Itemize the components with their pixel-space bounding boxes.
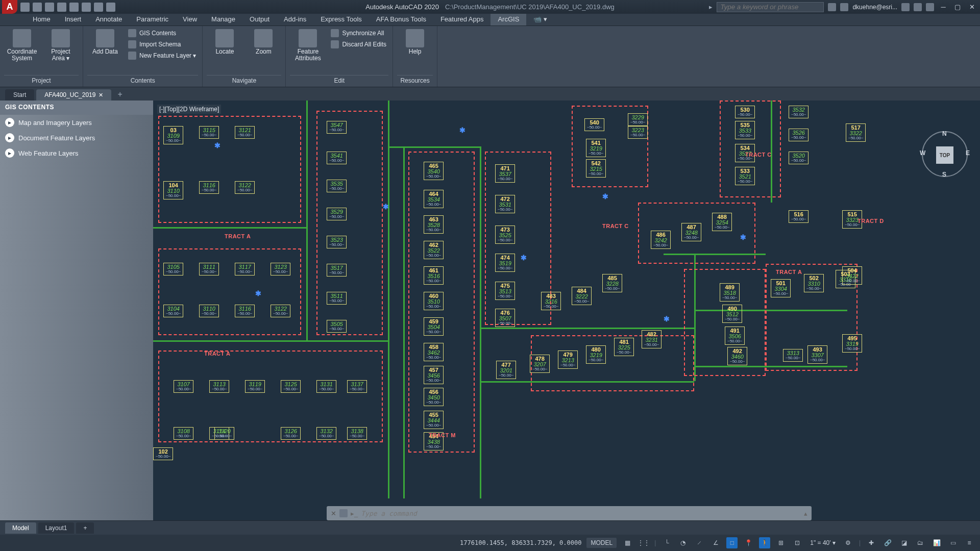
model-space-indicator[interactable]: MODEL: [586, 538, 617, 548]
lineweight-icon[interactable]: 📍: [743, 537, 754, 548]
gear-icon[interactable]: ⚙: [843, 537, 854, 548]
expand-icon[interactable]: ▸: [5, 148, 14, 158]
ribbon-tab-add-ins[interactable]: Add-ins: [277, 14, 313, 26]
grid-icon[interactable]: ▦: [622, 537, 633, 548]
parcel-label: 3520~50.00~: [789, 152, 808, 164]
layout-tab-model[interactable]: Model: [5, 522, 36, 534]
ribbon-tab-annotate[interactable]: Annotate: [88, 14, 129, 26]
add-data-button[interactable]: Add Data: [87, 28, 123, 55]
drawing-tab-start[interactable]: Start: [5, 89, 34, 101]
ribbon-tab-manage[interactable]: Manage: [204, 14, 242, 26]
parcel-label: 3131~50.00~: [316, 380, 336, 393]
undo-icon[interactable]: [94, 3, 103, 12]
minimize-button[interactable]: ─: [938, 3, 948, 12]
restore-button[interactable]: ▢: [952, 3, 963, 12]
open-icon[interactable]: [33, 3, 42, 12]
command-line[interactable]: ✕ ▸_ ▴: [327, 506, 812, 520]
locate-button[interactable]: Locate: [207, 28, 242, 55]
print-icon[interactable]: [82, 3, 91, 12]
close-tab-icon[interactable]: ✕: [99, 92, 103, 98]
search-arrow-icon[interactable]: ▸: [709, 3, 713, 11]
otrack-icon[interactable]: ∠: [710, 537, 721, 548]
import-schema-button[interactable]: Import Schema: [126, 39, 198, 49]
ribbon-tab-home[interactable]: Home: [26, 14, 58, 26]
ribbon-tab-featured-apps[interactable]: Featured Apps: [433, 14, 491, 26]
parcel-label: 5013304~50.00~: [771, 279, 791, 297]
wrench-icon[interactable]: [339, 509, 348, 517]
zoom-button[interactable]: Zoom: [246, 28, 281, 55]
new-tab-button[interactable]: +: [113, 88, 126, 101]
coordinate-system-button[interactable]: CoordinateSystem: [4, 28, 40, 62]
feature-attributes-button[interactable]: FeatureAttributes: [290, 28, 326, 62]
help-icon[interactable]: [926, 3, 934, 11]
plot-icon[interactable]: [69, 3, 79, 12]
new-icon[interactable]: [20, 3, 30, 12]
units-icon[interactable]: ◪: [898, 537, 910, 548]
layout-tab-layout1[interactable]: Layout1: [38, 522, 75, 534]
tool-icon: [128, 29, 136, 37]
survey-point-icon: ✱: [383, 203, 389, 211]
panel-label: Edit: [290, 75, 388, 86]
drawing-tab-afa400_uc_2019[interactable]: AFA400_UC_2019✕: [36, 89, 111, 101]
annotation-scale[interactable]: 1" = 40' ▾: [808, 539, 838, 546]
expand-icon[interactable]: ▸: [5, 133, 14, 142]
selection-cycling-icon[interactable]: ⊞: [775, 537, 787, 548]
parcel-label: 3108~50.00~: [174, 427, 193, 440]
cmd-close-icon[interactable]: ✕: [331, 510, 336, 517]
layer-group-document-feature-layers[interactable]: ▸Document Feature Layers: [0, 130, 153, 145]
ribbon-panel-navigate: LocateZoomNavigate: [203, 26, 286, 87]
quick-properties-icon[interactable]: 🗂: [915, 537, 926, 548]
tool-icon: [13, 29, 31, 47]
3dosnap-icon[interactable]: ⊡: [792, 537, 803, 548]
parcel-label: 4723531~50.00~: [495, 195, 515, 213]
screencast-icon[interactable]: 📹 ▾: [526, 14, 554, 26]
ortho-icon[interactable]: └: [661, 537, 672, 548]
customization-icon[interactable]: ≡: [964, 537, 975, 548]
parcel-label: 3125~50.00~: [281, 380, 301, 393]
annotation-monitor-icon[interactable]: 🔗: [882, 537, 893, 548]
ribbon-tab-output[interactable]: Output: [242, 14, 277, 26]
layer-group-web-feature-layers[interactable]: ▸Web Feature Layers: [0, 145, 153, 161]
hardware-accel-icon[interactable]: 📊: [931, 537, 942, 548]
synchronize-all-button[interactable]: Synchronize All: [329, 28, 388, 38]
signin-icon[interactable]: [828, 3, 836, 11]
redo-icon[interactable]: [106, 3, 115, 12]
save-icon[interactable]: [45, 3, 54, 12]
ribbon-tab-insert[interactable]: Insert: [58, 14, 89, 26]
isodraft-icon[interactable]: ⟋: [694, 537, 705, 548]
keyword-search[interactable]: [717, 2, 824, 12]
help-button[interactable]: Help: [397, 28, 433, 55]
transparency-icon[interactable]: 🚶: [759, 537, 770, 548]
parcel-label: 3529~50.00~: [327, 208, 347, 220]
signed-in-user[interactable]: dkuehne@esri...: [852, 4, 897, 11]
autocad-logo[interactable]: A: [2, 0, 17, 14]
add-layout-button[interactable]: +: [76, 522, 94, 534]
ribbon-tab-parametric[interactable]: Parametric: [129, 14, 176, 26]
clean-screen-icon[interactable]: ▭: [947, 537, 959, 548]
snap-icon[interactable]: ⋮⋮: [638, 537, 649, 548]
app-store-icon[interactable]: [901, 3, 910, 11]
parcel-label: 4923460~50.00~: [727, 347, 747, 365]
ribbon-tab-arcgis[interactable]: ArcGIS: [491, 14, 526, 26]
osnap-icon[interactable]: □: [726, 537, 738, 548]
polar-icon[interactable]: ◔: [677, 537, 689, 548]
ribbon-tab-afa-bonus-tools[interactable]: AFA Bonus Tools: [369, 14, 433, 26]
discard-all-edits-button[interactable]: Discard All Edits: [329, 39, 388, 49]
parcel-label: 3122~50.00~: [271, 305, 290, 317]
project-area--button[interactable]: ProjectArea ▾: [43, 28, 79, 62]
cloud-icon[interactable]: [914, 3, 922, 11]
drawing-canvas[interactable]: [-][Top][2D Wireframe] TOP N S E W 03310…: [153, 101, 980, 520]
saveas-icon[interactable]: [57, 3, 66, 12]
ribbon-tab-view[interactable]: View: [176, 14, 204, 26]
new-feature-layer--button[interactable]: New Feature Layer ▾: [126, 51, 198, 61]
user-avatar-icon[interactable]: [840, 3, 848, 11]
cmd-history-icon[interactable]: ▴: [804, 510, 807, 517]
workspace-icon[interactable]: ✚: [866, 537, 877, 548]
gis-contents-button[interactable]: GIS Contents: [126, 28, 198, 38]
command-input[interactable]: [361, 510, 801, 517]
close-button[interactable]: ✕: [967, 3, 977, 12]
parcel-label: 4653540~50.00~: [424, 162, 444, 180]
expand-icon[interactable]: ▸: [5, 118, 14, 127]
ribbon-tab-express-tools[interactable]: Express Tools: [313, 14, 369, 26]
layer-group-map-and-imagery-layers[interactable]: ▸Map and Imagery Layers: [0, 115, 153, 130]
